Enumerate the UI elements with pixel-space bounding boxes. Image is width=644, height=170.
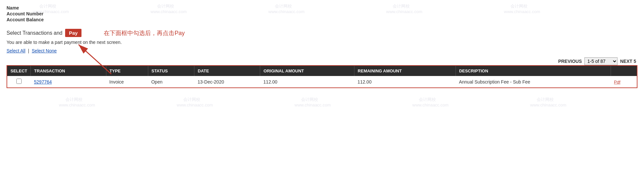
status-cell: Open bbox=[148, 76, 194, 88]
watermark-12: www.chinaacc.com bbox=[59, 103, 95, 107]
date-cell: 13-Dec-2020 bbox=[194, 76, 260, 88]
watermark-20: www.chinaacc.com bbox=[530, 103, 566, 107]
page-range-select[interactable]: 1-5 of 87 6-10 of 87 11-15 of 87 bbox=[584, 57, 617, 65]
watermark-13: 会计网校 bbox=[183, 97, 200, 103]
account-info-section: Name Account Number Account Balance bbox=[7, 5, 637, 22]
remaining-amount-cell: 112.00 bbox=[354, 76, 456, 88]
type-cell: Invoice bbox=[106, 76, 148, 88]
separator: | bbox=[27, 48, 30, 53]
description-cell: Annual Subscription Fee - Sub Fee bbox=[456, 76, 611, 88]
col-remaining-amount: REMAINING AMOUNT bbox=[354, 66, 456, 76]
col-description: DESCRIPTION bbox=[456, 66, 611, 76]
col-transaction: TRANSACTION bbox=[31, 66, 106, 76]
account-balance-row: Account Balance bbox=[7, 17, 637, 22]
transactions-table: SELECT TRANSACTION TYPE STATUS DATE ORIG… bbox=[7, 65, 637, 88]
col-date: DATE bbox=[194, 66, 260, 76]
transaction-link[interactable]: 5297764 bbox=[34, 79, 52, 85]
next-button[interactable]: NEXT 5 bbox=[620, 59, 636, 64]
sub-text: You are able to make a part payment on t… bbox=[7, 40, 637, 45]
table-row: 5297764 Invoice Open 13-Dec-2020 112.00 … bbox=[7, 76, 637, 88]
col-pdf bbox=[611, 66, 637, 76]
col-original-amount: ORIGINAL AMOUNT bbox=[260, 66, 354, 76]
account-balance-label: Account Balance bbox=[7, 17, 59, 22]
name-value bbox=[59, 5, 60, 10]
watermark-18: www.chinaacc.com bbox=[412, 103, 449, 107]
select-none-link[interactable]: Select None bbox=[32, 48, 57, 53]
annotation-text: 在下面框中勾选后，再点击Pay bbox=[104, 29, 185, 37]
page-wrapper: 会计网校 www.chinaacc.com 会计网校 www.chinaacc.… bbox=[0, 0, 644, 170]
table-body: 5297764 Invoice Open 13-Dec-2020 112.00 … bbox=[7, 76, 637, 88]
select-header: Select Transactions and Pay 在下面框中勾选后，再点击… bbox=[7, 29, 637, 37]
watermark-11: 会计网校 bbox=[65, 97, 82, 103]
watermark-14: www.chinaacc.com bbox=[177, 103, 213, 107]
previous-button[interactable]: PREVIOUS bbox=[558, 59, 582, 64]
select-transactions-section: Select Transactions and Pay 在下面框中勾选后，再点击… bbox=[7, 29, 637, 53]
select-links: Select All | Select None bbox=[7, 48, 637, 53]
name-row: Name bbox=[7, 5, 637, 10]
select-all-link[interactable]: Select All bbox=[7, 48, 26, 53]
select-cell bbox=[7, 76, 31, 88]
watermark-17: 会计网校 bbox=[419, 97, 436, 103]
watermark-16: www.chinaacc.com bbox=[295, 103, 331, 107]
transaction-cell: 5297764 bbox=[31, 76, 106, 88]
pdf-link[interactable]: Pdf bbox=[614, 80, 620, 85]
account-number-value bbox=[59, 11, 60, 16]
name-label: Name bbox=[7, 5, 59, 10]
col-status: STATUS bbox=[148, 66, 194, 76]
account-balance-value bbox=[59, 17, 60, 22]
col-type: TYPE bbox=[106, 66, 148, 76]
pagination-bar: PREVIOUS 1-5 of 87 6-10 of 87 11-15 of 8… bbox=[7, 57, 637, 65]
select-transactions-label: Select Transactions and bbox=[7, 30, 63, 36]
pay-button[interactable]: Pay bbox=[65, 29, 82, 37]
pdf-cell: Pdf bbox=[611, 76, 637, 88]
account-number-row: Account Number bbox=[7, 11, 637, 16]
row-checkbox[interactable] bbox=[16, 79, 22, 84]
watermark-19: 会计网校 bbox=[537, 97, 554, 103]
table-header: SELECT TRANSACTION TYPE STATUS DATE ORIG… bbox=[7, 66, 637, 76]
watermark-15: 会计网校 bbox=[301, 97, 318, 103]
col-select: SELECT bbox=[7, 66, 31, 76]
account-number-label: Account Number bbox=[7, 11, 59, 16]
original-amount-cell: 112.00 bbox=[260, 76, 354, 88]
table-header-row: SELECT TRANSACTION TYPE STATUS DATE ORIG… bbox=[7, 66, 637, 76]
